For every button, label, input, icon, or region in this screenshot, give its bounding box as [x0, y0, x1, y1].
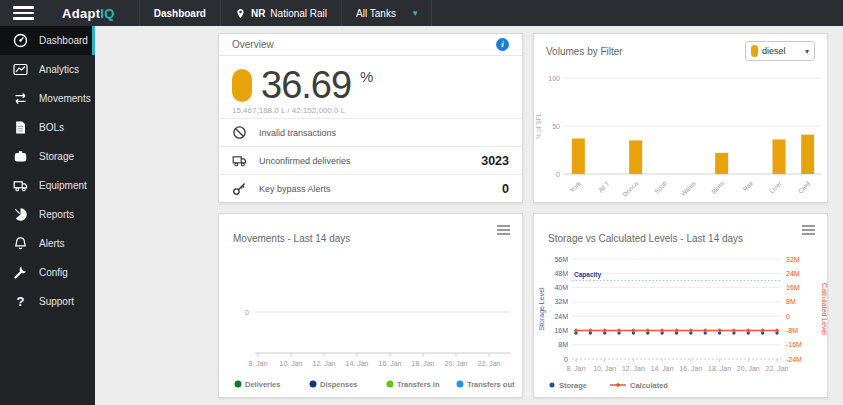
tank-level-pill-icon: [232, 69, 252, 102]
svg-text:32M: 32M: [786, 256, 800, 263]
svg-text:16M: 16M: [786, 284, 800, 291]
svg-text:-24M: -24M: [786, 356, 802, 363]
svg-text:Storage: Storage: [559, 381, 587, 390]
tank-filter-dropdown[interactable]: All Tanks ▾: [341, 0, 432, 26]
truck-icon: [13, 178, 28, 193]
chevron-down-icon: ▾: [805, 47, 809, 56]
question-icon: ?: [13, 294, 28, 309]
storage-line-chart: 0-24M8M-16M16M-8M24M032M8M40M16M48M24M56…: [534, 214, 827, 397]
tab-dashboard[interactable]: Dashboard: [139, 0, 220, 26]
overview-percent: 36.69: [261, 66, 351, 104]
svg-text:40M: 40M: [554, 284, 568, 291]
svg-text:16. Jan: 16. Jan: [679, 365, 702, 372]
svg-text:0: 0: [564, 356, 568, 363]
svg-text:24M: 24M: [554, 313, 568, 320]
sidebar-item-alerts[interactable]: Alerts: [0, 229, 95, 258]
sidebar-item-label: Dashboard: [39, 35, 88, 46]
sidebar-item-label: Analytics: [39, 64, 79, 75]
sidebar-item-support[interactable]: ? Support: [0, 287, 95, 316]
svg-text:10. Jan: 10. Jan: [280, 360, 303, 367]
sidebar-item-movements[interactable]: Movements: [0, 84, 95, 113]
truck-icon: [232, 153, 247, 168]
sidebar-item-label: Reports: [39, 209, 74, 220]
svg-text:All T: All T: [597, 180, 611, 194]
location-name: National Rail: [270, 8, 327, 19]
sidebar-item-bols[interactable]: BOLs: [0, 113, 95, 142]
fuel-filter-dropdown[interactable]: diesel ▾: [745, 41, 815, 61]
gauge-icon: [13, 33, 28, 48]
svg-text:Dispenses: Dispenses: [320, 380, 358, 389]
svg-text:14. Jan: 14. Jan: [346, 360, 369, 367]
row-value: 0: [502, 182, 509, 196]
svg-text:Donca: Donca: [621, 179, 640, 198]
sidebar: Dashboard Analytics Movements BOLs Stora…: [0, 26, 95, 405]
sidebar-item-label: Storage: [39, 151, 74, 162]
svg-text:100: 100: [548, 75, 560, 82]
main-content: Overview i 36.69 % 15,467,188.0 L / 42,1…: [95, 26, 843, 405]
storage-card: Storage vs Calculated Levels - Last 14 d…: [533, 213, 828, 398]
svg-text:56M: 56M: [554, 256, 568, 263]
svg-text:16M: 16M: [554, 327, 568, 334]
wrench-icon: [13, 265, 28, 280]
sidebar-item-storage[interactable]: Storage: [0, 142, 95, 171]
volumes-card: Volumes by Filter diesel ▾ 050100% of SF…: [533, 33, 828, 203]
svg-text:Calculated: Calculated: [630, 381, 668, 390]
sidebar-item-dashboard[interactable]: Dashboard: [0, 26, 95, 55]
overview-row-invalid-transactions[interactable]: Invalid transactions: [219, 118, 522, 146]
svg-text:Liver: Liver: [768, 179, 784, 195]
menu-icon[interactable]: [0, 0, 46, 26]
pie-chart-icon: [13, 207, 28, 222]
info-icon[interactable]: i: [496, 38, 509, 51]
svg-text:8. Jan: 8. Jan: [566, 365, 585, 372]
overview-row-unconfirmed-deliveries[interactable]: Unconfirmed deliveries 3023: [219, 146, 522, 174]
svg-text:14. Jan: 14. Jan: [651, 365, 674, 372]
fuel-pill-icon: [751, 45, 758, 57]
svg-text:Card: Card: [796, 179, 811, 194]
svg-text:12. Jan: 12. Jan: [313, 360, 336, 367]
app-root: AdaptIQ Dashboard NR National Rail All T…: [0, 0, 843, 405]
svg-text:% of SFL: % of SFL: [535, 112, 542, 139]
tank-icon: [13, 149, 28, 164]
svg-text:-8M: -8M: [786, 327, 798, 334]
topbar: AdaptIQ Dashboard NR National Rail All T…: [0, 0, 843, 26]
sidebar-item-reports[interactable]: Reports: [0, 200, 95, 229]
svg-text:8M: 8M: [558, 341, 568, 348]
svg-text:Calculated Level: Calculated Level: [821, 283, 828, 335]
movements-card: Movements - Last 14 days 08. Jan10. Jan1…: [218, 213, 523, 398]
location-selector[interactable]: NR National Rail: [220, 0, 341, 26]
svg-text:50: 50: [552, 123, 560, 130]
svg-text:12. Jan: 12. Jan: [622, 365, 645, 372]
svg-text:Scotl: Scotl: [653, 179, 669, 195]
chevron-down-icon: ▾: [413, 8, 418, 18]
location-code: NR: [251, 8, 265, 19]
sidebar-item-config[interactable]: Config: [0, 258, 95, 287]
sidebar-item-label: Equipment: [39, 180, 87, 191]
bell-icon: [13, 236, 28, 251]
svg-text:0: 0: [556, 171, 560, 178]
svg-text:Transfers in: Transfers in: [397, 380, 440, 389]
svg-text:10. Jan: 10. Jan: [593, 365, 616, 372]
sidebar-item-equipment[interactable]: Equipment: [0, 171, 95, 200]
overview-card: Overview i 36.69 % 15,467,188.0 L / 42,1…: [218, 33, 523, 203]
svg-text:Transfers out: Transfers out: [467, 380, 515, 389]
svg-text:Storage Level: Storage Level: [538, 287, 546, 331]
svg-text:18. Jan: 18. Jan: [708, 365, 731, 372]
svg-text:8M: 8M: [786, 298, 796, 305]
key-icon: [232, 181, 247, 196]
movements-line-chart: 08. Jan10. Jan12. Jan14. Jan16. Jan18. J…: [219, 214, 522, 397]
sidebar-item-label: Config: [39, 267, 68, 278]
svg-text:8. Jan: 8. Jan: [248, 360, 267, 367]
volumes-bar-chart: 050100% of SFLYorkAll TDoncaScotlWalesBi…: [534, 70, 829, 204]
svg-text:0: 0: [245, 309, 249, 316]
overview-row-key-bypass-alerts[interactable]: Key bypass Alerts 0: [219, 174, 522, 202]
sidebar-item-label: Support: [39, 296, 74, 307]
svg-text:24M: 24M: [786, 270, 800, 277]
svg-text:22. Jan: 22. Jan: [478, 360, 501, 367]
sidebar-item-analytics[interactable]: Analytics: [0, 55, 95, 84]
svg-text:Wales: Wales: [679, 179, 697, 197]
volumes-title: Volumes by Filter: [546, 46, 623, 57]
svg-text:Rail: Rail: [741, 179, 754, 192]
svg-text:Capacity: Capacity: [574, 271, 601, 279]
svg-text:16. Jan: 16. Jan: [379, 360, 402, 367]
document-icon: [13, 120, 28, 135]
